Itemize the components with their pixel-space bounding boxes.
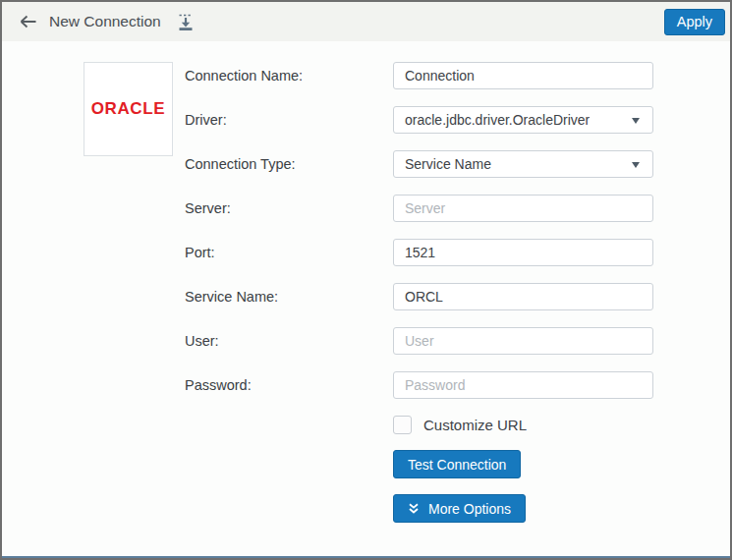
server-label: Server: — [185, 195, 231, 222]
service-name-label: Service Name: — [185, 283, 278, 310]
back-button[interactable] — [16, 9, 41, 34]
form-row-user: User: — [2, 327, 730, 355]
form-row-port: Port: — [2, 239, 730, 266]
customize-url-label: Customize URL — [423, 417, 527, 433]
import-connection-button[interactable] — [174, 10, 197, 33]
test-connection-button[interactable]: Test Connection — [393, 450, 521, 478]
password-label: Password: — [185, 371, 252, 399]
import-icon — [176, 13, 196, 31]
more-options-button[interactable]: More Options — [393, 494, 526, 523]
connection-name-label: Connection Name: — [185, 62, 303, 89]
header-toolbar: New Connection Apply — [2, 2, 730, 41]
connection-name-input[interactable] — [393, 62, 653, 89]
more-options-label: More Options — [428, 501, 511, 517]
driver-selected-value: oracle.jdbc.driver.OracleDriver — [405, 112, 590, 128]
page-title: New Connection — [49, 13, 161, 30]
server-input[interactable] — [393, 195, 653, 222]
user-label: User: — [185, 327, 219, 355]
connection-type-selected-value: Service Name — [405, 156, 491, 172]
chevron-down-icon — [632, 118, 640, 124]
connection-form: ORACLE Connection Name: Driver: oracle.j… — [2, 41, 730, 558]
customize-url-checkbox[interactable] — [393, 416, 412, 434]
connection-type-select[interactable]: Service Name — [393, 150, 653, 178]
form-row-connection-name: Connection Name: — [2, 62, 730, 89]
form-row-driver: Driver: oracle.jdbc.driver.OracleDriver — [2, 106, 730, 134]
new-connection-window: New Connection Apply ORACLE Connection N… — [0, 0, 732, 560]
double-chevron-down-icon — [408, 502, 420, 515]
connection-type-label: Connection Type: — [185, 150, 296, 178]
chevron-down-icon — [632, 162, 640, 168]
user-input[interactable] — [393, 327, 653, 355]
driver-label: Driver: — [185, 106, 227, 134]
port-input[interactable] — [393, 239, 653, 266]
customize-url-row: Customize URL — [393, 415, 527, 434]
back-arrow-icon — [19, 14, 38, 29]
form-row-service-name: Service Name: — [2, 283, 730, 310]
driver-select[interactable]: oracle.jdbc.driver.OracleDriver — [393, 106, 653, 134]
test-connection-label: Test Connection — [408, 457, 506, 473]
port-label: Port: — [185, 239, 215, 266]
password-input[interactable] — [393, 371, 653, 399]
form-row-password: Password: — [2, 371, 730, 399]
service-name-input[interactable] — [393, 283, 653, 310]
apply-button[interactable]: Apply — [664, 9, 725, 35]
form-row-connection-type: Connection Type: Service Name — [2, 150, 730, 178]
form-row-server: Server: — [2, 195, 730, 222]
bottom-divider — [2, 556, 730, 558]
